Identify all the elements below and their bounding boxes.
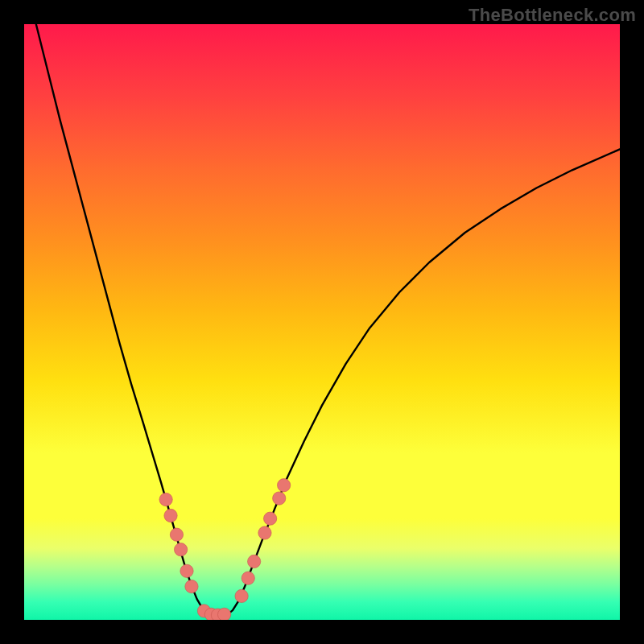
dot-left-1 <box>164 509 177 522</box>
dot-right-1 <box>242 572 254 584</box>
dot-right-2 <box>248 555 261 568</box>
dot-left-3 <box>174 543 187 556</box>
dot-right-0 <box>235 589 248 602</box>
curve-path <box>36 24 620 617</box>
dot-left-4 <box>180 564 193 577</box>
dot-left-9 <box>218 608 231 620</box>
data-dots <box>159 479 291 620</box>
dot-left-0 <box>159 493 172 506</box>
dot-left-2 <box>170 528 183 541</box>
dot-right-4 <box>263 512 276 525</box>
dot-right-6 <box>278 479 291 492</box>
curve-overlay <box>24 24 620 620</box>
dot-left-5 <box>185 580 198 592</box>
dot-right-3 <box>258 526 271 539</box>
watermark-text: TheBottleneck.com <box>469 5 636 26</box>
bottleneck-curve <box>36 24 620 617</box>
dot-right-5 <box>273 492 286 505</box>
chart-frame: TheBottleneck.com <box>0 0 644 644</box>
plot-area <box>24 24 620 620</box>
